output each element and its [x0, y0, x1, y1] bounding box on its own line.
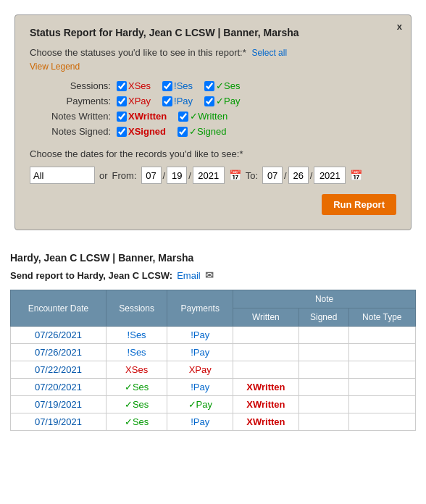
table-row: 07/26/2021!Ses!Pay [11, 327, 416, 344]
payments-options: XPay !Pay ✓Pay [117, 96, 241, 106]
notes-written-row: Notes Written: XWritten ✓Written [44, 111, 396, 122]
vwritten-label: ✓Written [190, 111, 227, 122]
ipay-checkbox[interactable] [162, 96, 172, 106]
cell-sessions: XSes [106, 361, 167, 379]
sessions-row: Sessions: XSes !Ses ✓Ses [44, 80, 396, 91]
cell-sessions: !Ses [106, 344, 167, 361]
modal-overlay: x Status Report for Hardy, Jean C LCSW |… [0, 0, 426, 245]
cell-sessions: ✓Ses [106, 413, 167, 431]
xwritten-option[interactable]: XWritten [117, 111, 167, 122]
cell-date: 07/19/2021 [11, 396, 106, 413]
ises-checkbox[interactable] [162, 81, 172, 91]
cell-payments: !Pay [167, 379, 233, 396]
vsigned-label: ✓Signed [189, 126, 226, 137]
send-report-row: Send report to Hardy, Jean C LCSW: Email… [10, 269, 416, 281]
cell-sessions: ✓Ses [106, 396, 167, 413]
to-month-input[interactable] [262, 167, 283, 184]
notes-signed-row: Notes Signed: XSigned ✓Signed [44, 126, 396, 137]
email-link[interactable]: Email [177, 270, 201, 281]
date-section: Choose the dates for the records you'd l… [30, 148, 396, 184]
xpay-option[interactable]: XPay [117, 96, 151, 106]
xpay-checkbox[interactable] [117, 96, 127, 106]
vwritten-option[interactable]: ✓Written [178, 111, 227, 122]
date-prompt: Choose the dates for the records you'd l… [30, 148, 396, 159]
table-row: 07/19/2021✓Ses!PayXWritten [11, 413, 416, 431]
xpay-label: XPay [128, 96, 151, 106]
cell-payments: XPay [167, 361, 233, 379]
vsigned-checkbox[interactable] [178, 127, 188, 137]
or-label: or [99, 170, 108, 181]
cell-written [233, 327, 299, 344]
to-calendar-icon[interactable]: 📅 [350, 169, 362, 181]
table-row: 07/20/2021✓Ses!PayXWritten [11, 379, 416, 396]
date-row: or From: / / 📅 To: / / 📅 [30, 167, 396, 184]
sessions-label: Sessions: [44, 80, 117, 91]
modal-title: Status Report for Hardy, Jean C LCSW | B… [30, 27, 396, 38]
from-calendar-icon[interactable]: 📅 [229, 169, 241, 181]
ipay-option[interactable]: !Pay [162, 96, 193, 106]
from-label: From: [112, 170, 137, 181]
ipay-label: !Pay [174, 96, 193, 106]
ises-option[interactable]: !Ses [162, 80, 193, 91]
from-date-group: / / [141, 167, 225, 184]
to-year-input[interactable] [314, 167, 346, 184]
cell-date: 07/20/2021 [11, 379, 106, 396]
th-note-group: Note [233, 290, 416, 308]
vses-option[interactable]: ✓Ses [204, 80, 240, 91]
date-all-input[interactable] [30, 167, 95, 184]
send-report-label: Send report to Hardy, Jean C LCSW: [10, 270, 172, 281]
xses-checkbox[interactable] [117, 81, 127, 91]
cell-signed [298, 344, 348, 361]
close-icon[interactable]: x [397, 21, 402, 32]
from-day-input[interactable] [167, 167, 187, 184]
run-report-row: Run Report [30, 194, 396, 215]
vpay-option[interactable]: ✓Pay [204, 96, 240, 106]
cell-written: XWritten [233, 413, 299, 431]
table-row: 07/26/2021!Ses!Pay [11, 344, 416, 361]
th-encounter-date: Encounter Date [11, 290, 106, 327]
report-section: Hardy, Jean C LCSW | Banner, Marsha Send… [0, 245, 426, 438]
xwritten-checkbox[interactable] [117, 112, 127, 122]
cell-sessions: ✓Ses [106, 379, 167, 396]
xsigned-label: XSigned [128, 126, 166, 137]
report-title: Hardy, Jean C LCSW | Banner, Marsha [10, 252, 416, 264]
status-grid: Sessions: XSes !Ses ✓Ses [44, 80, 396, 137]
xses-label: XSes [128, 80, 151, 91]
xsigned-checkbox[interactable] [117, 127, 127, 137]
cell-sessions: !Ses [106, 327, 167, 344]
th-signed: Signed [298, 308, 348, 327]
cell-date: 07/22/2021 [11, 361, 106, 379]
cell-date: 07/26/2021 [11, 327, 106, 344]
run-report-button[interactable]: Run Report [322, 194, 396, 215]
cell-note-type [348, 344, 415, 361]
select-all-link[interactable]: Select all [251, 48, 287, 58]
to-day-input[interactable] [288, 167, 309, 184]
cell-payments: !Pay [167, 344, 233, 361]
cell-payments: !Pay [167, 327, 233, 344]
payments-row: Payments: XPay !Pay ✓Pay [44, 96, 396, 106]
vses-label: ✓Ses [216, 80, 240, 91]
view-legend-link[interactable]: View Legend [30, 62, 80, 72]
vsigned-option[interactable]: ✓Signed [178, 126, 226, 137]
th-note-type: Note Type [348, 308, 415, 327]
from-month-input[interactable] [141, 167, 162, 184]
email-icon: ✉ [205, 269, 214, 281]
cell-note-type [348, 396, 415, 413]
cell-signed [298, 396, 348, 413]
xsigned-option[interactable]: XSigned [117, 126, 166, 137]
cell-written: XWritten [233, 396, 299, 413]
cell-written [233, 361, 299, 379]
cell-signed [298, 327, 348, 344]
cell-written [233, 344, 299, 361]
vses-checkbox[interactable] [204, 81, 214, 91]
cell-signed [298, 379, 348, 396]
xses-option[interactable]: XSes [117, 80, 151, 91]
vwritten-checkbox[interactable] [178, 112, 188, 122]
cell-note-type [348, 361, 415, 379]
vpay-label: ✓Pay [216, 96, 240, 106]
notes-signed-label: Notes Signed: [44, 126, 117, 137]
vpay-checkbox[interactable] [204, 96, 214, 106]
from-year-input[interactable] [193, 167, 225, 184]
modal-box: x Status Report for Hardy, Jean C LCSW |… [14, 14, 412, 230]
th-payments: Payments [167, 290, 233, 327]
